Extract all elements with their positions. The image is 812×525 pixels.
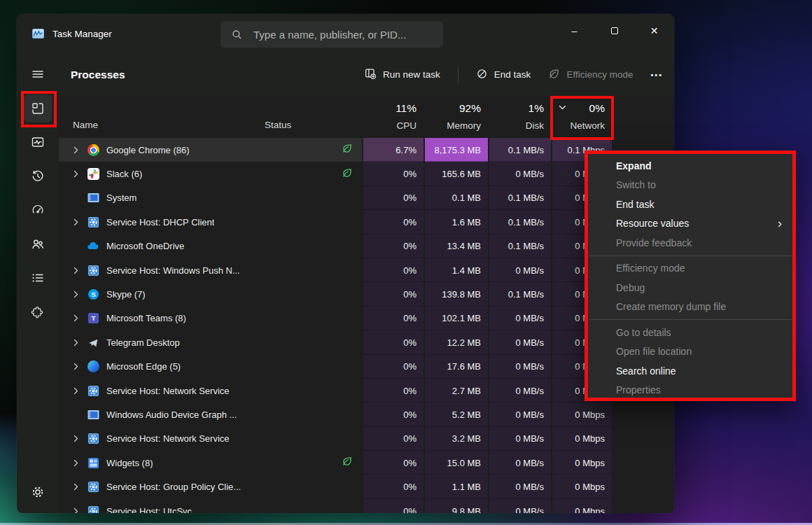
column-header-cpu[interactable]: 11%CPU (363, 96, 424, 138)
sort-chevron-down-icon (559, 100, 566, 113)
menu-item-switch-to: Switch to (588, 176, 792, 195)
search-box[interactable] (220, 21, 443, 48)
expand-chevron-icon[interactable] (71, 483, 80, 491)
skype-app-icon: S (87, 288, 99, 301)
expand-chevron-icon[interactable] (71, 314, 80, 322)
menu-item-label: Switch to (616, 179, 656, 190)
expand-chevron-icon[interactable] (71, 363, 80, 370)
expand-chevron-icon[interactable] (71, 218, 80, 226)
disk-cell: 0.1 MB/s (489, 138, 551, 162)
cpu-cell: 0% (363, 402, 424, 426)
sidebar-item-menu[interactable] (17, 57, 59, 92)
sidebar-item-settings[interactable] (17, 477, 59, 510)
table-row[interactable]: Microsoft Edge (5)0%17.6 MB0 MB/s0 Mbps (59, 355, 674, 379)
search-input[interactable] (253, 29, 435, 41)
run-new-task-button[interactable]: Run new task (364, 67, 440, 82)
table-row[interactable]: Service Host: Network Service0%2.7 MB0 M… (59, 379, 674, 402)
menu-item-resource-values[interactable]: Resource values› (588, 214, 792, 234)
disk-cell: 0 MB/s (489, 451, 551, 475)
column-header-network[interactable]: 0%Network (552, 96, 612, 138)
chrome-app-icon (87, 144, 99, 156)
sidebar-item-performance[interactable] (17, 125, 59, 160)
expand-chevron-icon[interactable] (71, 146, 80, 154)
sidebar-item-startup-apps[interactable] (17, 193, 59, 227)
menu-separator (589, 319, 792, 320)
status-cell (259, 258, 362, 282)
disk-cell: 0 MB/s (489, 379, 551, 402)
menu-item-label: Search online (616, 365, 676, 377)
table-row[interactable]: Widgets (8)0%15.0 MB0 MB/s0 Mbps (59, 451, 674, 475)
status-cell (259, 451, 362, 475)
table-row[interactable]: Service Host: DHCP Client0%1.6 MB0.1 MB/… (59, 210, 674, 234)
network-cell: 0 Mbps (552, 451, 612, 475)
table-row[interactable]: Slack (6)0%165.6 MB0 MB/s0 Mbps (59, 162, 674, 186)
expand-chevron-icon[interactable] (71, 267, 80, 274)
new-task-icon (364, 67, 377, 82)
minimize-button[interactable]: – (554, 14, 594, 48)
expand-chevron-icon[interactable] (71, 507, 80, 513)
network-cell: 0 Mbps (552, 402, 612, 426)
column-header-memory[interactable]: 92%Memory (425, 96, 488, 138)
expand-chevron-icon[interactable] (71, 387, 80, 395)
process-table: Name Status 11%CPU92%Memory1%Disk0%Netwo… (59, 96, 674, 513)
process-name: Microsoft OneDrive (106, 241, 184, 251)
efficiency-leaf-icon (342, 456, 353, 470)
disk-cell: 0 MB/s (489, 475, 551, 498)
process-name: Google Chrome (86) (106, 145, 190, 155)
more-options-button[interactable]: ••• (650, 71, 663, 79)
status-cell (259, 186, 362, 210)
sidebar-item-processes[interactable] (17, 92, 59, 126)
expand-chevron-icon[interactable] (71, 170, 80, 178)
svchost-app-icon (87, 264, 99, 276)
process-name: Service Host: Windows Push N... (106, 265, 240, 276)
sidebar-item-details[interactable] (17, 261, 59, 295)
context-menu: ExpandSwitch toEnd taskResource values›P… (584, 150, 796, 401)
sidebar (17, 53, 59, 513)
disk-cell: 0 MB/s (489, 307, 551, 330)
table-row[interactable]: System0%0.1 MB0.1 MB/s0 Mbps (59, 186, 674, 210)
table-row[interactable]: Service Host: Network Service0%3.2 MB0 M… (59, 427, 674, 451)
status-cell (259, 402, 362, 426)
expand-chevron-icon[interactable] (71, 339, 80, 346)
table-row[interactable]: Microsoft OneDrive0%13.4 MB0.1 MB/s0 Mbp… (59, 234, 674, 258)
column-header-status[interactable]: Status (259, 96, 362, 138)
table-row[interactable]: Windows Audio Device Graph ...0%5.2 MB0 … (59, 402, 674, 426)
column-header-disk[interactable]: 1%Disk (489, 96, 551, 138)
memory-cell: 139.8 MB (425, 282, 488, 306)
task-manager-app-icon (32, 29, 44, 38)
menu-item-open-file-location: Open file location (588, 342, 792, 362)
sidebar-item-services[interactable] (17, 295, 59, 330)
table-row[interactable]: TMicrosoft Teams (8)0%102.1 MB0 MB/s0 Mb… (59, 307, 674, 330)
cpu-cell: 0% (363, 355, 424, 379)
menu-item-properties: Properties (588, 381, 792, 400)
table-row[interactable]: SSkype (7)0%139.8 MB0.1 MB/s0 Mbps (59, 282, 674, 306)
disk-cell: 0 MB/s (489, 330, 551, 354)
menu-item-end-task[interactable]: End task (588, 195, 792, 214)
column-header-name[interactable]: Name (59, 96, 259, 138)
menu-item-expand[interactable]: Expand (588, 156, 792, 176)
menu-item-search-online[interactable]: Search online (588, 361, 792, 381)
expand-chevron-icon[interactable] (71, 290, 80, 298)
expand-chevron-icon[interactable] (71, 459, 80, 467)
close-button[interactable]: ✕ (634, 14, 674, 48)
table-row[interactable]: Service Host: UtcSvc0%9.8 MB0 MB/s0 Mbps (59, 499, 674, 513)
expand-chevron-icon[interactable] (71, 435, 80, 442)
table-row[interactable]: Google Chrome (86)6.7%8,175.3 MB0.1 MB/s… (59, 138, 674, 162)
disk-cell: 0.1 MB/s (489, 234, 551, 258)
table-row[interactable]: Telegram Desktop0%12.2 MB0 MB/s0 Mbps (59, 330, 674, 354)
svchost-app-icon (87, 481, 99, 493)
process-name: Microsoft Edge (5) (106, 361, 181, 372)
process-name-cell: Service Host: DHCP Client (59, 210, 259, 234)
table-row[interactable]: Service Host: Group Policy Clie...0%1.1 … (59, 475, 674, 498)
maximize-button[interactable] (594, 14, 634, 48)
disk-cell: 0.1 MB/s (489, 282, 551, 306)
end-task-button[interactable]: End task (476, 68, 531, 82)
minimize-icon: – (572, 25, 578, 36)
status-cell (259, 234, 362, 258)
details-icon (24, 264, 52, 292)
sidebar-item-app-history[interactable] (17, 160, 59, 194)
sidebar-item-users[interactable] (17, 227, 59, 262)
process-name: Microsoft Teams (8) (106, 313, 186, 323)
table-row[interactable]: Service Host: Windows Push N...0%1.4 MB0… (59, 258, 674, 282)
startup-apps-icon (24, 196, 52, 224)
